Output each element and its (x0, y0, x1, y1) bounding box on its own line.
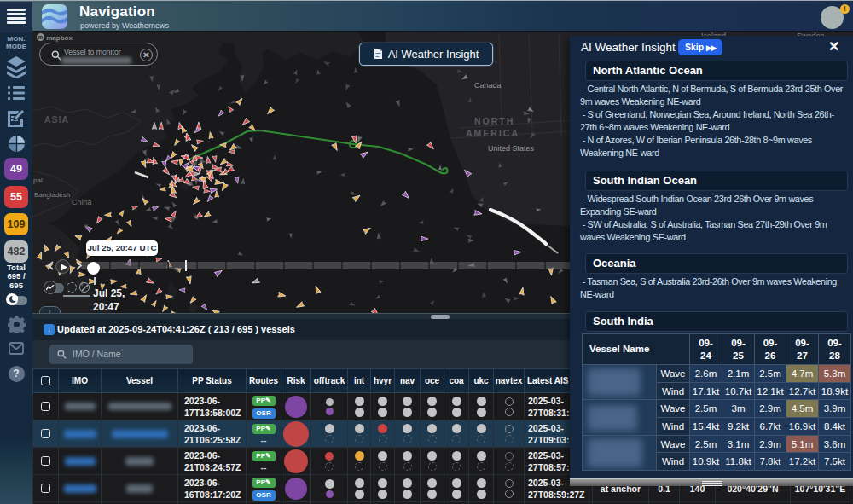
svg-text:pal: pal (33, 177, 43, 184)
svg-text:Canada: Canada (474, 81, 502, 90)
svg-text:Bangladesh: Bangladesh (34, 191, 70, 199)
svg-text:China: China (72, 198, 92, 206)
svg-text:AMERICA: AMERICA (466, 128, 519, 138)
svg-text:ASIA: ASIA (44, 114, 69, 125)
svg-text:m: m (38, 34, 44, 40)
svg-text:United States: United States (488, 144, 535, 153)
svg-text:NORTH: NORTH (474, 116, 514, 126)
